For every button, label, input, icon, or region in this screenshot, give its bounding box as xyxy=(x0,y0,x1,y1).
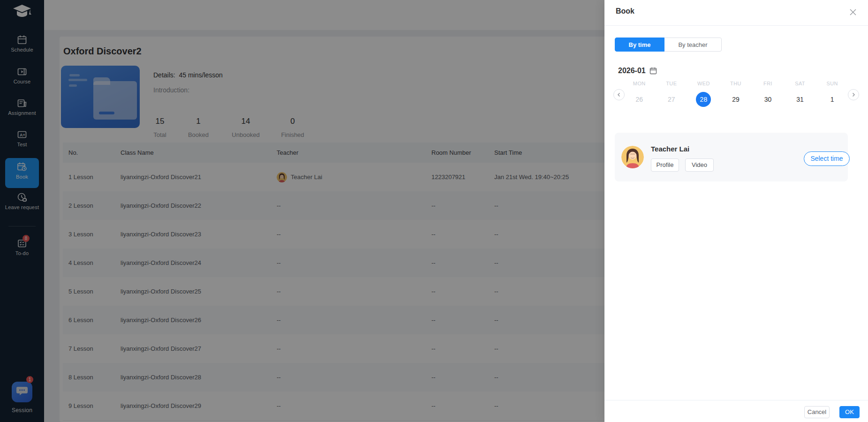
teacher-card: Teacher Lai Profile Video Select time xyxy=(615,133,848,181)
day-number: 27 xyxy=(664,92,679,107)
chevron-left-icon xyxy=(617,92,621,97)
month-label: 2026-01 xyxy=(618,67,646,75)
close-icon[interactable] xyxy=(849,8,858,17)
day-number: 1 xyxy=(825,92,840,107)
book-drawer: Book By time By teacher 2026-01 xyxy=(604,0,868,422)
profile-button[interactable]: Profile xyxy=(651,158,679,172)
day-number: 28 xyxy=(696,92,711,107)
calendar-day[interactable]: SAT 31 xyxy=(784,81,816,107)
calendar-icon[interactable] xyxy=(649,67,657,75)
drawer-title: Book xyxy=(616,7,634,15)
day-number: 26 xyxy=(632,92,647,107)
teacher-name: Teacher Lai xyxy=(651,145,689,153)
weekday-label: SUN xyxy=(816,81,848,86)
select-time-button[interactable]: Select time xyxy=(804,151,850,166)
calendar-day-selected[interactable]: WED 28 xyxy=(687,81,720,107)
calendar-day[interactable]: MON 26 xyxy=(623,81,656,107)
modal-overlay[interactable] xyxy=(0,0,604,422)
calendar-day[interactable]: FRI 30 xyxy=(752,81,784,107)
weekday-label: WED xyxy=(687,81,720,86)
week-calendar: MON 26 TUE 27 WED 28 THU 29 FRI 30 SAT 3… xyxy=(623,81,848,107)
weekday-label: MON xyxy=(623,81,656,86)
video-button[interactable]: Video xyxy=(685,158,714,172)
calendar-day[interactable]: TUE 27 xyxy=(656,81,688,107)
tab-by-teacher[interactable]: By teacher xyxy=(664,38,722,52)
day-number: 31 xyxy=(793,92,808,107)
weekday-label: SAT xyxy=(784,81,816,86)
cancel-button[interactable]: Cancel xyxy=(804,406,830,418)
day-number: 30 xyxy=(761,92,776,107)
month-selector: 2026-01 xyxy=(618,67,657,75)
next-week-button[interactable] xyxy=(848,89,859,100)
ok-button[interactable]: OK xyxy=(839,406,860,418)
teacher-avatar xyxy=(621,146,644,168)
chevron-right-icon xyxy=(851,92,856,97)
weekday-label: FRI xyxy=(752,81,784,86)
tab-by-time[interactable]: By time xyxy=(615,38,664,52)
calendar-day[interactable]: SUN 1 xyxy=(816,81,848,107)
booking-mode-tabs: By time By teacher xyxy=(615,38,722,52)
weekday-label: THU xyxy=(720,81,752,86)
weekday-label: TUE xyxy=(656,81,688,86)
drawer-footer: Cancel OK xyxy=(604,400,868,422)
drawer-header: Book xyxy=(604,0,868,26)
calendar-day[interactable]: THU 29 xyxy=(720,81,752,107)
day-number: 29 xyxy=(728,92,743,107)
app-window: Schedule Course Assignment xyxy=(0,0,868,422)
